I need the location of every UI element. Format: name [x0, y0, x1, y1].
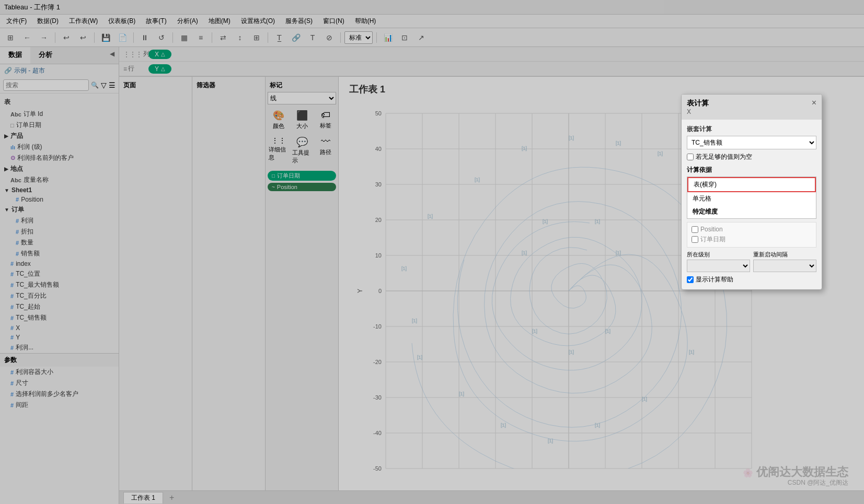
nested-calc-select[interactable]: TC_销售额: [687, 136, 816, 149]
dialog-title-group: 表计算 X: [687, 99, 709, 115]
show-calc-help-checkbox[interactable]: [687, 276, 694, 283]
dim-position-label: Position: [700, 226, 723, 233]
level-select[interactable]: [687, 260, 750, 272]
specific-dims-panel: Position 订单日期: [687, 222, 816, 248]
null-checkbox-row: 若无足够的值则为空: [687, 153, 816, 161]
dialog-header: 表计算 X ×: [682, 95, 822, 120]
nested-calc-label: 嵌套计算: [687, 125, 816, 134]
dim-date-label: 订单日期: [700, 235, 725, 244]
show-calc-help-row: 显示计算帮助: [687, 275, 816, 284]
dialog-body: 嵌套计算 TC_销售额 若无足够的值则为空 计算依据 表(横穿) 单元格 特定维…: [682, 120, 822, 289]
show-calc-help-label: 显示计算帮助: [696, 275, 733, 284]
dialog-subtitle: X: [687, 108, 709, 115]
level-restart-row: 所在级别 重新启动间隔: [687, 251, 816, 272]
null-checkbox[interactable]: [687, 154, 694, 160]
level-label: 所在级别: [687, 251, 750, 259]
null-checkbox-label: 若无足够的值则为空: [696, 153, 752, 161]
dialog-close-btn[interactable]: ×: [812, 99, 816, 107]
restart-label: 重新启动间隔: [753, 251, 816, 259]
calc-basis-cell[interactable]: 单元格: [687, 192, 816, 205]
level-col: 所在级别: [687, 251, 750, 272]
calc-basis-label: 计算依据: [687, 166, 816, 174]
dim-position-checkbox[interactable]: [692, 226, 698, 233]
dialog-overlay: 表计算 X × 嵌套计算 TC_销售额 若无足够的值则为空 计算依据 表(横穿)…: [0, 0, 864, 504]
calc-basis-table[interactable]: 表(横穿): [687, 177, 816, 192]
calc-basis-list: 表(横穿) 单元格 特定维度: [687, 177, 816, 219]
restart-select[interactable]: [753, 260, 816, 272]
calc-basis-specific[interactable]: 特定维度: [687, 205, 816, 218]
dim-date-checkbox[interactable]: [692, 236, 698, 243]
table-calc-dialog: 表计算 X × 嵌套计算 TC_销售额 若无足够的值则为空 计算依据 表(横穿)…: [681, 94, 822, 290]
restart-col: 重新启动间隔: [753, 251, 816, 272]
dim-position-row: Position: [692, 225, 812, 234]
dim-date-row: 订单日期: [692, 234, 812, 245]
dialog-title: 表计算: [687, 99, 709, 108]
